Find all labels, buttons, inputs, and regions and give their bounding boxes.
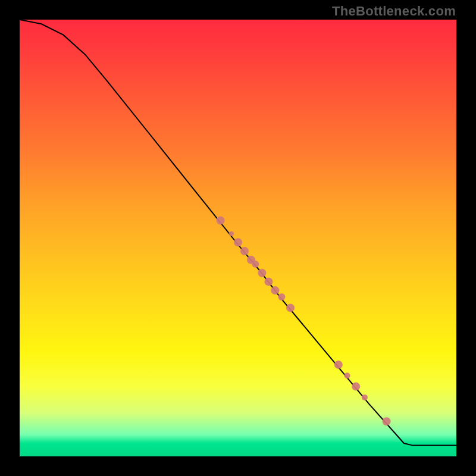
data-point [252,261,259,268]
watermark-text: TheBottleneck.com [332,4,456,19]
data-point [286,303,295,312]
data-point [217,217,225,225]
data-point [362,394,368,400]
data-point [258,269,266,277]
data-point [229,231,234,236]
data-point [271,286,279,295]
chart-container: TheBottleneck.com [0,0,476,476]
data-point [345,372,350,378]
data-point [352,383,360,391]
data-point [240,247,249,255]
performance-curve [20,20,456,446]
data-point [264,277,273,286]
data-point [383,417,391,425]
data-point [278,293,285,300]
data-point [234,238,242,246]
plot-area [20,20,456,456]
data-point [334,361,343,369]
curve-overlay [20,20,456,456]
